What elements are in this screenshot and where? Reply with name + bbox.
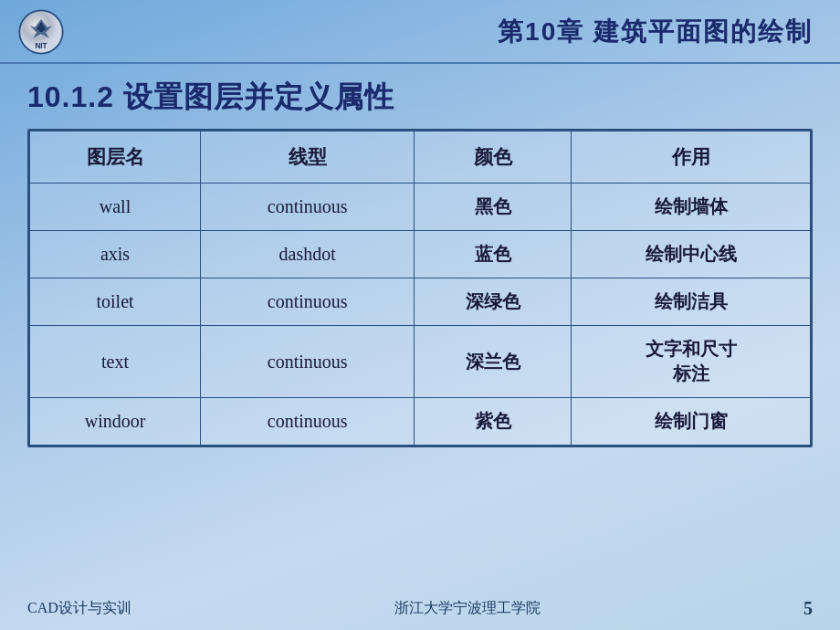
cell-color-0: 黑色	[415, 184, 572, 231]
cell-color-3: 深兰色	[415, 326, 572, 398]
col-header-color: 颜色	[415, 131, 572, 184]
cell-linetype-3: continuous	[201, 326, 415, 398]
table-row: windoor continuous 紫色 绘制门窗	[30, 398, 811, 446]
col-header-purpose: 作用	[572, 131, 811, 184]
footer: CAD设计与实训 浙江大学宁波理工学院 5	[0, 598, 840, 619]
chapter-title: 第10章 建筑平面图的绘制	[498, 15, 813, 49]
table-row: text continuous 深兰色 文字和尺寸 标注	[30, 326, 811, 398]
cell-linetype-2: continuous	[201, 278, 415, 326]
cell-linetype-0: continuous	[201, 184, 415, 231]
table-row: axis dashdot 蓝色 绘制中心线	[30, 231, 811, 278]
cell-purpose-1: 绘制中心线	[572, 231, 811, 278]
nit-logo-icon: NIT	[18, 9, 64, 55]
header: NIT 第10章 建筑平面图的绘制	[0, 0, 840, 64]
cell-linetype-4: continuous	[201, 398, 415, 446]
page-title: 10.1.2 设置图层并定义属性	[0, 64, 840, 129]
cell-layer-1: axis	[30, 231, 201, 278]
footer-center-text: 浙江大学宁波理工学院	[394, 599, 541, 618]
cell-color-2: 深绿色	[415, 278, 572, 326]
cell-color-1: 蓝色	[415, 231, 572, 278]
footer-left-text: CAD设计与实训	[27, 599, 131, 618]
cell-purpose-3: 文字和尺寸 标注	[572, 326, 811, 398]
logo-area: NIT	[18, 9, 64, 55]
cell-layer-4: windoor	[30, 398, 201, 446]
cell-layer-3: text	[30, 326, 201, 398]
cell-linetype-1: dashdot	[201, 231, 415, 278]
col-header-linetype: 线型	[201, 131, 415, 184]
cell-layer-2: toilet	[30, 278, 201, 326]
cell-color-4: 紫色	[415, 398, 572, 446]
col-header-layer: 图层名	[30, 131, 201, 184]
layer-table: 图层名 线型 颜色 作用 wall continuous 黑色 绘制墙体 axi…	[29, 131, 811, 446]
table-row: wall continuous 黑色 绘制墙体	[30, 184, 811, 231]
cell-purpose-4: 绘制门窗	[572, 398, 811, 446]
layer-table-container: 图层名 线型 颜色 作用 wall continuous 黑色 绘制墙体 axi…	[27, 129, 813, 447]
page-number: 5	[803, 598, 813, 619]
table-header-row: 图层名 线型 颜色 作用	[30, 131, 811, 184]
svg-text:NIT: NIT	[35, 42, 47, 50]
cell-purpose-0: 绘制墙体	[572, 184, 811, 231]
table-row: toilet continuous 深绿色 绘制洁具	[30, 278, 811, 326]
cell-layer-0: wall	[30, 184, 201, 231]
cell-purpose-2: 绘制洁具	[572, 278, 811, 326]
